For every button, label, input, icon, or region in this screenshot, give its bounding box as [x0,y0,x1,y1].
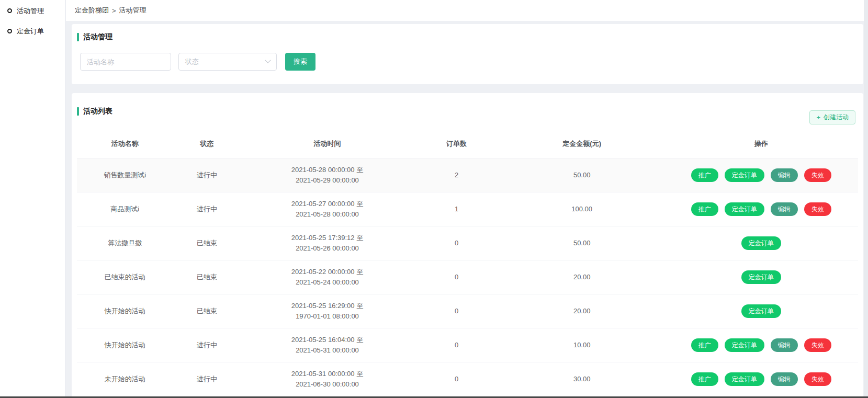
activity-time-cell: 2021-05-28 00:00:00 至 2021-05-29 00:00:0… [241,158,414,192]
deposit-orders-button[interactable]: 定金订单 [741,236,781,250]
time-end: 2021-05-28 00:00:00 [241,209,414,220]
deposit-orders-button[interactable]: 定金订单 [725,372,764,386]
circle-icon [7,29,12,33]
plus-icon: + [816,113,820,121]
invalidate-button[interactable]: 失效 [804,372,831,386]
order-count-cell: 0 [413,294,499,328]
time-start: 2021-05-31 00:00:00 至 [241,369,414,379]
time-end: 2021-05-31 00:00:00 [241,345,414,356]
status-select[interactable]: 状态 [178,53,277,71]
table-row: 算法撒旦撒 已结束 2021-05-25 17:39:12 至 2021-05-… [77,226,858,260]
activity-time-cell: 2021-05-27 00:00:00 至 2021-05-28 00:00:0… [241,192,414,226]
order-count-cell: 1 [413,192,499,226]
activity-name-cell: 快开始的活动 [77,294,173,328]
activity-list-panel: 活动列表 + 创建活动 活动名称状态活动时间订单数定金金额(元)操作 销售数量测… [72,93,863,398]
order-count-cell: 0 [413,260,499,294]
time-start: 2021-05-25 16:29:00 至 [241,301,414,311]
order-count-cell: 0 [413,226,499,260]
time-end: 2021-05-26 00:00:00 [241,243,414,254]
sidebar-item-label: 定金订单 [17,27,44,36]
invalidate-button[interactable]: 失效 [804,202,831,216]
activity-time-cell: 2021-05-25 17:39:12 至 2021-05-26 00:00:0… [241,226,414,260]
actions-cell: 推广定金订单编辑失效 [664,158,858,192]
order-count-cell: 2 [413,158,499,192]
edit-button[interactable]: 编辑 [771,338,798,352]
promote-button[interactable]: 推广 [691,338,718,352]
promote-button[interactable]: 推广 [691,372,718,386]
sidebar-item-activity-management[interactable]: 活动管理 [0,1,65,21]
search-panel-title: 活动管理 [77,32,863,42]
activity-name-cell: 算法撒旦撒 [77,226,173,260]
breadcrumb-separator: > [112,7,116,15]
activity-name-cell: 商品测试i [77,192,173,226]
column-header: 活动名称 [77,130,173,158]
deposit-amount-cell: 50.00 [500,158,664,192]
deposit-orders-button[interactable]: 定金订单 [741,304,781,318]
invalidate-button[interactable]: 失效 [804,338,831,352]
activity-name-cell: 未开始的活动 [77,362,173,396]
sidebar: 活动管理 定金订单 [0,0,66,398]
time-start: 2021-05-25 17:39:12 至 [241,233,414,243]
search-panel-title-text: 活动管理 [83,32,112,42]
status-select-placeholder: 状态 [185,57,199,66]
promote-button[interactable]: 推广 [691,202,718,216]
deposit-orders-button[interactable]: 定金订单 [741,270,781,284]
promote-button[interactable]: 推广 [691,168,718,182]
status-cell: 进行中 [173,192,241,226]
edit-button[interactable]: 编辑 [771,372,798,386]
actions-cell: 推广定金订单编辑失效 [664,362,858,396]
actions-cell: 定金订单 [664,226,858,260]
circle-icon [7,8,12,13]
deposit-orders-button[interactable]: 定金订单 [725,168,764,182]
sidebar-item-deposit-orders[interactable]: 定金订单 [0,21,65,41]
deposit-amount-cell: 100.00 [500,192,664,226]
time-start: 2021-05-22 00:00:00 至 [241,267,414,277]
column-header: 订单数 [413,130,499,158]
search-panel: 活动管理 状态 搜索 [72,24,863,84]
activity-list-title-text: 活动列表 [83,107,112,116]
table-row: 快开始的活动 进行中 2021-05-25 16:04:00 至 2021-05… [77,328,858,362]
create-activity-button[interactable]: + 创建活动 [809,110,855,124]
activity-name-cell: 已结束的活动 [77,260,173,294]
invalidate-button[interactable]: 失效 [804,168,831,182]
order-count-cell: 0 [413,362,499,396]
status-cell: 已结束 [173,294,241,328]
actions-cell: 定金订单 [664,294,858,328]
table-row: 商品测试i 进行中 2021-05-27 00:00:00 至 2021-05-… [77,192,858,226]
deposit-amount-cell: 20.00 [500,260,664,294]
status-cell: 进行中 [173,328,241,362]
activity-time-cell: 2021-05-31 00:00:00 至 2021-06-30 00:00:0… [241,362,414,396]
deposit-orders-button[interactable]: 定金订单 [725,202,764,216]
activity-name-cell: 销售数量测试i [77,158,173,192]
deposit-orders-button[interactable]: 定金订单 [725,338,764,352]
search-button[interactable]: 搜索 [285,53,315,71]
breadcrumb-current: 活动管理 [119,6,146,15]
deposit-amount-cell: 10.00 [500,328,664,362]
time-end: 2021-06-30 00:00:00 [241,379,414,390]
chevron-down-icon [265,58,270,63]
edit-button[interactable]: 编辑 [771,202,798,216]
title-accent-bar [77,33,79,41]
column-header: 操作 [664,130,858,158]
status-cell: 已结束 [173,226,241,260]
actions-cell: 推广定金订单编辑失效 [664,192,858,226]
actions-cell: 定金订单 [664,260,858,294]
table-row: 未开始的活动 进行中 2021-05-31 00:00:00 至 2021-06… [77,362,858,396]
activity-table: 活动名称状态活动时间订单数定金金额(元)操作 销售数量测试i 进行中 2021-… [77,130,858,396]
actions-cell: 推广定金订单编辑失效 [664,328,858,362]
scrollbar[interactable] [864,0,868,398]
activity-name-input[interactable] [80,53,171,71]
time-start: 2021-05-27 00:00:00 至 [241,199,414,209]
time-start: 2021-05-25 16:04:00 至 [241,335,414,345]
edit-button[interactable]: 编辑 [771,168,798,182]
column-header: 活动时间 [241,130,414,158]
activity-table-body: 销售数量测试i 进行中 2021-05-28 00:00:00 至 2021-0… [77,158,858,396]
table-row: 销售数量测试i 进行中 2021-05-28 00:00:00 至 2021-0… [77,158,858,192]
activity-list-title: 活动列表 [77,107,858,116]
table-header-row: 活动名称状态活动时间订单数定金金额(元)操作 [77,130,858,158]
breadcrumb-root[interactable]: 定金阶梯团 [75,6,109,15]
table-row: 已结束的活动 已结束 2021-05-22 00:00:00 至 2021-05… [77,260,858,294]
activity-time-cell: 2021-05-25 16:29:00 至 1970-01-01 08:00:0… [241,294,414,328]
activity-name-cell: 快开始的活动 [77,328,173,362]
status-cell: 进行中 [173,362,241,396]
